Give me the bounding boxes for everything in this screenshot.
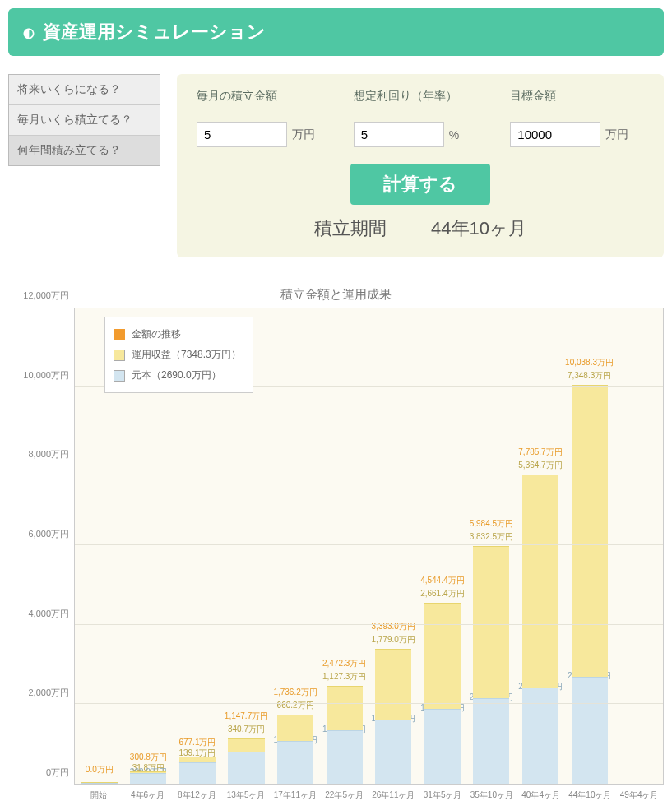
bar-gains bbox=[522, 475, 558, 688]
bar-principal bbox=[327, 730, 363, 784]
bar-slot: 3,393.0万円1,779.0万円1,614.0万円 bbox=[368, 308, 418, 784]
x-tick: 26年11ヶ月 bbox=[369, 785, 419, 801]
bar-principal bbox=[473, 698, 509, 784]
mode-tabs: 将来いくらになる？毎月いくら積立てる？何年間積み立てる？ bbox=[8, 74, 160, 166]
bar-principal bbox=[277, 741, 313, 784]
result-value: 44年10ヶ月 bbox=[431, 218, 526, 238]
field-2: 目標金額万円 bbox=[510, 89, 644, 147]
legend: 金額の推移 運用収益（7348.3万円） 元本（2690.0万円） bbox=[104, 317, 253, 393]
bar-slot: 7,785.7万円5,364.7万円2,421.0万円 bbox=[516, 308, 565, 784]
bar-stack bbox=[572, 385, 608, 784]
square-icon bbox=[114, 370, 125, 382]
y-tick: 10,000万円 bbox=[23, 368, 69, 381]
label-total: 7,785.7万円 bbox=[518, 447, 562, 458]
bar-principal bbox=[130, 773, 166, 784]
label-total: 1,147.7万円 bbox=[225, 711, 268, 722]
calculate-button[interactable]: 計算する bbox=[350, 164, 490, 205]
label-total: 3,393.0万円 bbox=[372, 621, 415, 632]
bar-slot bbox=[614, 308, 663, 784]
tab-0[interactable]: 将来いくらになる？ bbox=[9, 75, 160, 105]
legend-gains: 運用収益（7348.3万円） bbox=[114, 345, 241, 365]
bar-principal bbox=[179, 762, 216, 784]
bar-stack bbox=[424, 603, 461, 784]
field-label: 毎月の積立金額 bbox=[197, 89, 331, 104]
bar-gains bbox=[473, 546, 509, 698]
bar-gains bbox=[277, 715, 313, 741]
bar-stack bbox=[228, 738, 264, 784]
bar-principal bbox=[228, 752, 264, 784]
x-tick: 40年4ヶ月 bbox=[517, 785, 566, 801]
y-axis: 0万円2,000万円4,000万円6,000万円8,000万円10,000万円1… bbox=[8, 308, 74, 785]
y-tick: 4,000万円 bbox=[28, 607, 69, 619]
grid-line bbox=[75, 703, 663, 704]
bar-slot: 1,736.2万円660.2万円1,076.0万円 bbox=[271, 308, 320, 784]
bar-gains bbox=[572, 385, 608, 677]
grid-line bbox=[75, 465, 663, 465]
bar-stack bbox=[130, 771, 166, 784]
label-total: 1,736.2万円 bbox=[273, 687, 317, 698]
x-tick: 13年5ヶ月 bbox=[221, 785, 271, 801]
bar-stack bbox=[522, 475, 558, 784]
grid-line bbox=[75, 624, 663, 625]
page-title: 資産運用シミュレーション bbox=[43, 20, 266, 44]
chart-title: 積立金額と運用成果 bbox=[8, 287, 664, 303]
bar-gains bbox=[424, 603, 461, 709]
bar-stack bbox=[277, 715, 313, 784]
label-gain: 660.2万円 bbox=[277, 700, 314, 711]
x-tick: 17年11ヶ月 bbox=[271, 785, 320, 801]
bar-gains bbox=[375, 649, 411, 720]
tab-1[interactable]: 毎月いくら積立てる？ bbox=[9, 105, 160, 136]
bar-principal bbox=[81, 783, 118, 784]
label-gain: 7,348.3万円 bbox=[568, 370, 611, 382]
y-tick: 12,000万円 bbox=[23, 289, 69, 302]
plot-area: 金額の推移 運用収益（7348.3万円） 元本（2690.0万円） 0.0万円3… bbox=[74, 308, 664, 785]
x-tick: 35年10ヶ月 bbox=[467, 785, 517, 801]
bar-slot: 4,544.4万円2,661.4万円1,883.0万円 bbox=[418, 308, 467, 784]
label-total: 4,544.4万円 bbox=[420, 575, 464, 586]
x-tick: 22年5ヶ月 bbox=[320, 785, 369, 801]
bar-principal bbox=[522, 688, 558, 784]
bar-stack bbox=[375, 649, 411, 784]
label-gain: 2,661.4万円 bbox=[420, 588, 464, 600]
x-tick: 49年4ヶ月 bbox=[614, 785, 664, 801]
bar-stack bbox=[81, 782, 118, 784]
y-tick: 6,000万円 bbox=[28, 528, 69, 540]
chevron-right-icon: ◐ bbox=[23, 25, 35, 40]
y-tick: 2,000万円 bbox=[28, 687, 69, 699]
bar-gains bbox=[327, 686, 363, 730]
field-unit: 万円 bbox=[292, 127, 315, 142]
legend-principal: 元本（2690.0万円） bbox=[114, 365, 241, 386]
y-tick: 8,000万円 bbox=[28, 448, 69, 461]
legend-trend: 金額の推移 bbox=[114, 324, 241, 345]
field-label: 想定利回り（年率） bbox=[354, 89, 488, 104]
field-input-1[interactable] bbox=[354, 122, 444, 147]
label-total: 5,984.5万円 bbox=[470, 518, 513, 530]
square-icon bbox=[114, 350, 125, 361]
label-total: 2,472.3万円 bbox=[322, 658, 366, 669]
bar-principal bbox=[375, 720, 411, 784]
bar-gains bbox=[179, 757, 216, 762]
x-tick: 4年6ヶ月 bbox=[123, 785, 173, 801]
field-label: 目標金額 bbox=[510, 89, 644, 104]
bar-stack bbox=[179, 757, 216, 784]
field-input-2[interactable] bbox=[510, 122, 600, 147]
bar-principal bbox=[572, 677, 608, 784]
label-total: 10,038.3万円 bbox=[565, 357, 614, 368]
field-unit: % bbox=[449, 128, 459, 141]
field-unit: 万円 bbox=[605, 127, 628, 142]
bar-slot: 10,038.3万円7,348.3万円2,690.0万円 bbox=[565, 308, 614, 784]
x-axis: 開始4年6ヶ月8年12ヶ月13年5ヶ月17年11ヶ月22年5ヶ月26年11ヶ月3… bbox=[74, 785, 664, 801]
field-input-0[interactable] bbox=[197, 122, 287, 147]
bar-stack bbox=[327, 686, 363, 784]
x-tick: 31年5ヶ月 bbox=[418, 785, 467, 801]
bar-stack bbox=[473, 546, 509, 784]
label-gain: 340.7万円 bbox=[228, 724, 265, 735]
tab-2[interactable]: 何年間積み立てる？ bbox=[9, 136, 160, 165]
bar-slot: 2,472.3万円1,127.3万円1,345.0万円 bbox=[320, 308, 369, 784]
result-label: 積立期間 bbox=[314, 218, 387, 238]
label-total: 677.1万円 bbox=[178, 737, 216, 748]
x-tick: 開始 bbox=[74, 785, 123, 801]
simulation-form: 毎月の積立金額万円想定利回り（年率）%目標金額万円 計算する 積立期間 44年1… bbox=[177, 74, 664, 257]
label-total: 300.8万円 bbox=[130, 752, 167, 763]
bar-principal bbox=[424, 709, 461, 784]
